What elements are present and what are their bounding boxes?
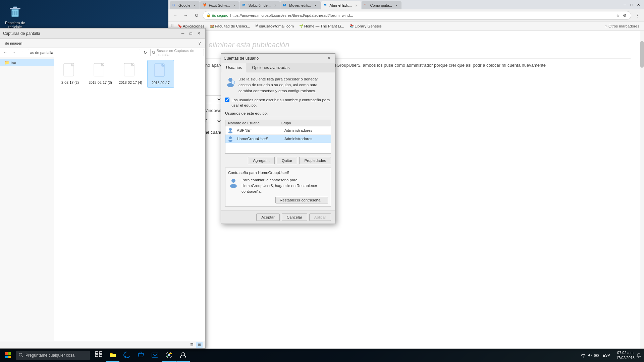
tab-como[interactable]: ? Cómo quita... ×: [362, 1, 401, 9]
cancelar-button[interactable]: Cancelar: [282, 214, 307, 221]
dialog-close-button[interactable]: ✕: [326, 55, 332, 62]
taskbar-task-view[interactable]: [92, 349, 105, 362]
file-item-4[interactable]: 2018-02-17: [147, 60, 174, 88]
tab-close-mover[interactable]: ×: [313, 3, 318, 8]
start-button[interactable]: [0, 349, 16, 362]
user-icon-homegroupuser: [225, 135, 235, 143]
sidebar-item-captures[interactable]: 📁 trar: [0, 59, 54, 66]
tab-close-foxit[interactable]: ×: [232, 3, 236, 8]
taskbar-file-explorer[interactable]: [106, 349, 119, 362]
explorer-maximize-button[interactable]: □: [187, 30, 195, 37]
bookmark-star-icon[interactable]: ☆: [615, 12, 621, 18]
tab-solucion[interactable]: M Solución de... ×: [239, 1, 280, 9]
taskbar-edge[interactable]: [120, 349, 133, 362]
reload-button[interactable]: ↻: [192, 11, 201, 20]
address-actions: ☆ ⚙: [615, 12, 628, 18]
chrome-extension-icon[interactable]: ⚙: [622, 12, 628, 18]
explorer-close-button[interactable]: ✕: [195, 30, 203, 37]
users-login-checkbox[interactable]: [225, 98, 229, 102]
address-bar[interactable]: 🔒 Es seguro https://answers.microsoft.co…: [203, 11, 631, 20]
svg-point-23: [228, 140, 232, 142]
dialog-title: Cuentas de usuario: [224, 56, 326, 61]
dialog-tabs: Usuarios Opciones avanzadas: [221, 63, 335, 72]
taskbar-search[interactable]: Pregúntame cualquier cosa: [16, 351, 90, 360]
browser-titlebar: G Google × 🦊 Foxit Softw... × M Solución…: [168, 0, 644, 9]
aplicar-button[interactable]: Aplicar: [309, 214, 331, 221]
svg-marker-43: [588, 354, 590, 357]
file-item-1[interactable]: 2-02-17 (2): [57, 60, 84, 88]
taskbar-store[interactable]: [134, 349, 148, 362]
view-list-button[interactable]: ☰: [189, 342, 195, 348]
taskbar-language[interactable]: ESP: [601, 353, 612, 357]
agregar-button[interactable]: Agregar...: [248, 157, 275, 164]
forward-button[interactable]: →: [181, 11, 191, 20]
taskbar-clock[interactable]: 07:02 a.m. 17/02/2018: [616, 350, 635, 361]
browser-minimize-button[interactable]: ─: [622, 2, 628, 8]
user-row-aspnet[interactable]: ASPNET Administradores: [225, 126, 331, 135]
bookmark-facultad[interactable]: 🏫 Facultad de Cienci...: [208, 23, 252, 29]
users-table: Nombre de usuario Grupo ASPNET Administr…: [225, 120, 331, 154]
user-group-homegroupuser: Administradores: [283, 136, 331, 142]
bookmarks-more-button[interactable]: » Otros marcadores: [603, 23, 641, 29]
svg-rect-32: [95, 352, 98, 354]
dialog-info-text: Use la siguiente lista para conceder o d…: [238, 76, 331, 94]
taskbar-chrome[interactable]: [162, 349, 176, 362]
page-scrollbar[interactable]: [640, 31, 644, 349]
file-item-3[interactable]: 2018-02-17 (4): [117, 60, 144, 88]
quitar-button[interactable]: Quitar: [277, 157, 297, 164]
browser-maximize-button[interactable]: □: [629, 2, 635, 8]
taskbar-mail[interactable]: [148, 349, 162, 362]
volume-icon[interactable]: [587, 353, 593, 358]
exp-address-field[interactable]: as de pantalla: [28, 49, 140, 56]
user-name-homegroupuser: HomeGroupUser$: [235, 136, 283, 142]
svg-point-24: [231, 179, 235, 183]
bookmark-gmail[interactable]: M isausac@gmail.com: [253, 23, 296, 29]
svg-rect-27: [8, 352, 11, 355]
svg-rect-36: [152, 353, 158, 357]
bookmarks-bar: ⠿ 🔖 Aplicaciones 🏫 Facultad de Cienci...…: [168, 21, 644, 31]
file-item-2[interactable]: 2018-02-17 (3): [87, 60, 114, 88]
password-row: Para cambiar la contraseña para HomeGrou…: [228, 177, 328, 203]
tab-close-como[interactable]: ×: [394, 3, 399, 8]
col-username: Nombre de usuario: [225, 120, 278, 126]
dialog-info-row: i Use la siguiente lista para conceder o…: [225, 76, 331, 94]
ribbon-help-button[interactable]: ?: [197, 40, 203, 46]
exp-refresh-button[interactable]: ↻: [142, 49, 149, 56]
dialog-tab-avanzadas[interactable]: Opciones avanzadas: [247, 63, 294, 72]
network-icon[interactable]: [581, 353, 586, 358]
exp-back-button[interactable]: ←: [2, 49, 9, 56]
ribbon-item-imagen[interactable]: de imagen: [3, 41, 24, 46]
taskbar-people[interactable]: [176, 349, 190, 362]
exp-forward-button[interactable]: →: [10, 49, 18, 56]
exp-search-box[interactable]: Buscar en Capturas de pantalla: [150, 49, 204, 56]
tab-mover[interactable]: M Mover, editi... ×: [280, 1, 320, 9]
users-table-body: ASPNET Administradores HomeGroupUser$ Ad…: [225, 126, 331, 153]
dialog-tab-usuarios[interactable]: Usuarios: [221, 63, 247, 72]
notifications-icon[interactable]: [636, 353, 641, 358]
svg-point-21: [228, 131, 232, 133]
view-grid-button[interactable]: ⊞: [196, 342, 203, 348]
browser-tabs: G Google × 🦊 Foxit Softw... × M Solución…: [170, 0, 621, 9]
back-button[interactable]: ←: [170, 11, 180, 20]
bookmark-plant[interactable]: 🌱 Home — The Plant Li...: [297, 23, 346, 29]
svg-rect-3: [14, 11, 15, 15]
more-options-button[interactable]: ⋮: [633, 11, 642, 20]
tab-foxit[interactable]: 🦊 Foxit Softw... ×: [200, 1, 239, 9]
taskbar-pinned-icons: [92, 349, 190, 362]
propiedades-button[interactable]: Propiedades: [299, 157, 331, 164]
tab-close-solucion[interactable]: ×: [273, 3, 277, 8]
reset-password-button[interactable]: Restablecer contraseña...: [275, 197, 328, 203]
tab-google[interactable]: G Google ×: [170, 1, 200, 9]
file-icon-1: [62, 62, 78, 79]
user-row-homegroupuser[interactable]: HomeGroupUser$ Administradores: [225, 135, 331, 143]
tab-close-google[interactable]: ×: [192, 3, 197, 8]
file-icon-2: [92, 62, 108, 79]
tab-close-abrir[interactable]: ×: [354, 3, 359, 8]
explorer-minimize-button[interactable]: ─: [179, 30, 186, 37]
tab-abrir[interactable]: M Abrir el Edit... ×: [321, 1, 361, 9]
recycle-bin[interactable]: Papelera de reciclaje: [3, 3, 27, 29]
exp-up-button[interactable]: ↑: [19, 49, 26, 56]
aceptar-button[interactable]: Aceptar: [256, 214, 280, 221]
bookmark-libgen[interactable]: 📚 Library Genesis: [347, 23, 384, 29]
browser-close-button[interactable]: ✕: [635, 2, 641, 8]
